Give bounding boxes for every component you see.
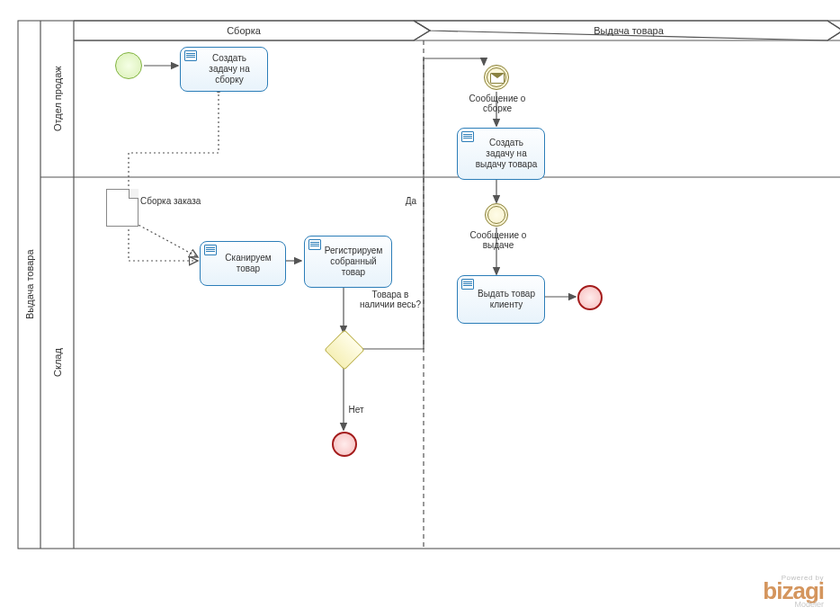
lane-warehouse-label: Склад [40, 177, 74, 549]
brand-name: bizagi [763, 582, 824, 600]
task-scan[interactable]: Сканируем товар [200, 241, 286, 286]
task-label: Создать задачу на сборку [197, 53, 262, 85]
manual-task-icon [461, 131, 474, 142]
gateway-no-label: Нет [345, 405, 367, 415]
artifact-order-label: Сборка заказа [140, 196, 212, 206]
manual-task-icon [308, 239, 321, 250]
msg-delivery-label: Сообщение о выдаче [466, 230, 531, 250]
manual-task-icon [461, 279, 474, 290]
manual-task-icon [204, 245, 217, 255]
task-label: Создать задачу на выдачу товара [474, 138, 539, 170]
end-event-done[interactable] [577, 285, 603, 310]
end-event-no-stock[interactable] [332, 432, 357, 457]
artifact-order-doc[interactable] [106, 189, 139, 227]
envelope-icon [490, 73, 505, 84]
task-label: Выдать товар клиенту [474, 289, 539, 310]
task-label: Регистрируем собранный товар [321, 246, 386, 278]
gateway-yes-label: Да [400, 196, 422, 206]
start-event[interactable] [115, 52, 142, 79]
msg-assembly-label: Сообщение о сборке [466, 94, 529, 113]
task-register[interactable]: Регистрируем собранный товар [304, 236, 392, 288]
task-create-assembly[interactable]: Создать задачу на сборку [180, 47, 268, 92]
phase-delivery: Выдача товара [430, 21, 827, 40]
lane-sales-label: Отдел продаж [40, 21, 74, 177]
brand-logo: Powered by bizagi Modeler [763, 574, 824, 609]
task-issue[interactable]: Выдать товар клиенту [457, 275, 545, 324]
task-create-delivery[interactable]: Создать задачу на выдачу товара [457, 128, 545, 180]
pool-label: Выдача товара [18, 21, 40, 549]
gateway-label: Товара в наличии весь? [355, 290, 425, 309]
task-label: Сканируем товар [217, 253, 280, 274]
msg-throw-delivery[interactable] [485, 203, 508, 227]
phase-assembly: Сборка [74, 21, 414, 40]
msg-catch-assembly[interactable] [484, 65, 509, 90]
manual-task-icon [184, 50, 197, 61]
svg-rect-0 [18, 21, 840, 549]
